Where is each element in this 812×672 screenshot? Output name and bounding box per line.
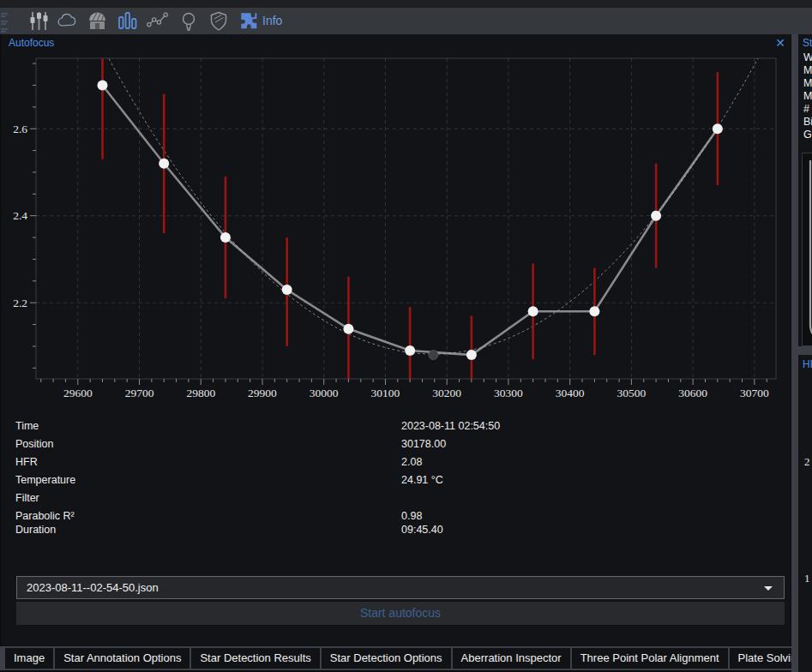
result-value: 09:45.40 xyxy=(401,524,443,536)
hfr-axis-tick-label: 2 xyxy=(804,455,810,469)
table-row: Parabolic R²0.98 xyxy=(2,508,789,522)
data-point xyxy=(159,159,169,169)
statistics-row-label: Bi xyxy=(803,116,812,129)
data-point xyxy=(405,345,415,356)
shield-icon[interactable] xyxy=(207,9,230,33)
tab-aberration-inspector[interactable]: Aberration Inspector xyxy=(453,648,570,669)
x-axis-label: 30300 xyxy=(494,387,523,399)
x-axis-label: 30000 xyxy=(310,387,339,399)
cloud-icon[interactable] xyxy=(56,9,79,33)
data-point xyxy=(220,232,231,243)
table-row: HFR2.08 xyxy=(2,454,789,472)
autofocus-result-table: Time2023-08-11 02:54:50Position30178.00H… xyxy=(2,418,789,536)
calculated-focus-point xyxy=(429,351,438,360)
nina-application-window: Info Autofocus ✕ 29600297002980029900300… xyxy=(0,0,812,672)
observatory-dome-icon[interactable] xyxy=(86,9,109,33)
statistics-panel-title: Stat xyxy=(803,37,812,49)
table-row: Filter xyxy=(2,490,789,508)
result-label: Position xyxy=(15,438,53,450)
statistics-row-label: # xyxy=(803,103,812,116)
statistics-panel: Stat WMMM#BiG xyxy=(798,34,812,346)
histogram-chart xyxy=(802,153,812,346)
tab-star-detection-results[interactable]: Star Detection Results xyxy=(191,648,319,669)
data-point xyxy=(651,211,661,221)
result-label: HFR xyxy=(15,456,38,468)
x-axis-label: 30500 xyxy=(617,387,647,399)
result-label: Time xyxy=(15,420,39,432)
x-axis-label: 29800 xyxy=(186,387,215,399)
x-axis-label: 30600 xyxy=(678,387,707,399)
sequence-list-icon[interactable] xyxy=(0,9,15,33)
statistics-row-label: M xyxy=(803,64,812,77)
x-axis-label: 29600 xyxy=(63,387,93,399)
parabolic-fit-curve xyxy=(36,50,774,354)
data-point xyxy=(713,123,723,134)
data-point xyxy=(282,285,292,295)
right-panel-column: Stat WMMM#BiG HFR 21 xyxy=(798,34,812,672)
data-point xyxy=(343,324,353,334)
panel-splitter-horizontal[interactable] xyxy=(798,346,812,355)
result-value: 2.08 xyxy=(401,456,422,468)
window-top-strip xyxy=(0,0,812,8)
x-axis-label: 30400 xyxy=(556,387,585,399)
plot-border xyxy=(36,58,776,379)
tab-image[interactable]: Image xyxy=(5,648,53,669)
x-axis-label: 29900 xyxy=(248,387,277,399)
result-label: Temperature xyxy=(15,474,75,486)
result-value: 0.98 xyxy=(401,510,422,522)
result-value: 2023-08-11 02:54:50 xyxy=(401,420,500,432)
image-tool-tabbar: ImageStar Annotation OptionsStar Detecti… xyxy=(0,646,793,670)
result-label: Duration xyxy=(15,524,56,536)
autofocus-panel: Autofocus ✕ 2960029700298002990030000301… xyxy=(2,34,791,645)
data-point xyxy=(97,80,107,90)
start-autofocus-button[interactable]: Start autofocus xyxy=(16,602,785,625)
sliders-icon[interactable] xyxy=(27,9,51,33)
statistics-row-label: M xyxy=(803,77,812,90)
table-row: Time2023-08-11 02:54:50 xyxy=(2,418,789,436)
x-axis-label: 30200 xyxy=(432,387,461,399)
info-panel-label[interactable]: Info xyxy=(262,14,282,27)
statistics-labels: WMMM#BiG xyxy=(803,51,812,141)
tab-star-detection-options[interactable]: Star Detection Options xyxy=(322,648,451,669)
imaging-panel-toolbar: Info xyxy=(0,0,812,34)
autofocus-panel-title: Autofocus xyxy=(9,37,54,49)
bar-chart-icon[interactable] xyxy=(116,9,139,33)
x-axis-label: 29700 xyxy=(125,387,154,399)
panel-splitter-vertical[interactable] xyxy=(791,34,798,672)
statistics-row-label: W xyxy=(803,51,812,64)
y-axis-label: 2.4 xyxy=(13,209,27,222)
hfr-history-panel-title: HFR xyxy=(803,358,812,370)
table-row: Duration09:45.40 xyxy=(2,522,789,536)
result-label: Filter xyxy=(15,492,39,504)
data-point xyxy=(466,350,477,360)
tab-star-annotation-options[interactable]: Star Annotation Options xyxy=(55,648,189,669)
y-axis-label: 2.6 xyxy=(13,123,27,135)
hfr-history-panel: HFR 21 xyxy=(798,355,812,672)
table-row: Temperature24.91 °C xyxy=(2,472,789,490)
puzzle-icon[interactable] xyxy=(238,9,261,33)
result-label: Parabolic R² xyxy=(15,510,75,522)
scatter-plot-icon[interactable] xyxy=(146,9,169,33)
x-axis-label: 30100 xyxy=(371,387,400,399)
statistics-row-label: M xyxy=(803,90,812,103)
autofocus-report-dropdown[interactable]: 2023-08-11--02-54-50.json xyxy=(16,576,785,599)
table-row: Position30178.00 xyxy=(2,436,789,454)
hfr-axis-tick-label: 1 xyxy=(804,572,810,585)
data-point xyxy=(589,306,599,316)
result-value: 30178.00 xyxy=(401,438,446,450)
autofocus-report-filename: 2023-08-11--02-54-50.json xyxy=(27,581,159,594)
lightbulb-icon[interactable] xyxy=(177,9,200,33)
autofocus-chart: 2960029700298002990030000301003020030300… xyxy=(3,50,791,418)
close-icon[interactable]: ✕ xyxy=(775,36,785,50)
statistics-row-label: G xyxy=(803,129,812,141)
result-value: 24.91 °C xyxy=(401,474,443,486)
tab-three-point-polar-alignment[interactable]: Three Point Polar Alignment xyxy=(572,648,728,669)
x-axis-label: 30700 xyxy=(740,387,769,399)
chevron-down-icon xyxy=(764,586,773,591)
data-point xyxy=(528,306,538,316)
y-axis-label: 2.2 xyxy=(13,297,27,309)
